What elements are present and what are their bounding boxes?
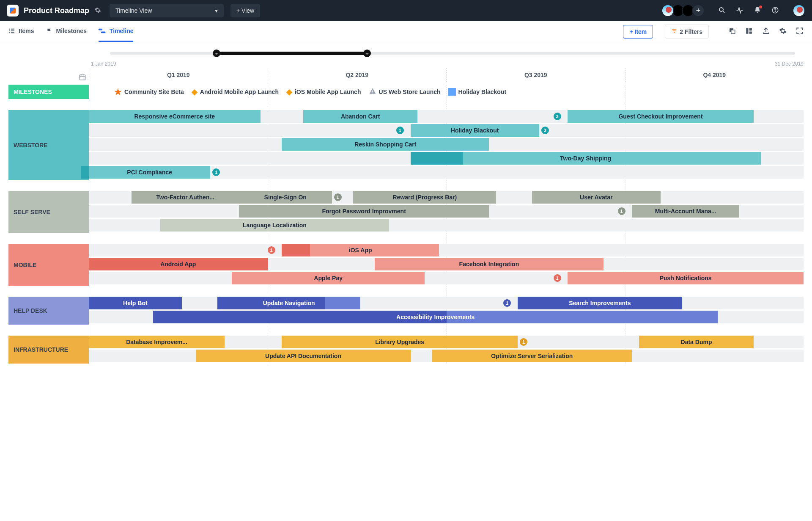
lane-row: PCI Compliance1	[89, 166, 804, 179]
count-badge: 1	[618, 207, 625, 215]
activity-icon[interactable]	[736, 6, 743, 15]
svg-rect-26	[372, 92, 373, 93]
timeline-bar[interactable]: Reward (Progress Bar)	[353, 191, 496, 204]
gear-icon[interactable]	[94, 7, 101, 15]
svg-rect-10	[99, 29, 102, 30]
timeline-bar[interactable]: Two-Day Shipping	[411, 152, 761, 165]
bar-label: Optimize Server Serialization	[491, 353, 573, 359]
timeline-bar[interactable]: Update API Documentation	[196, 350, 411, 362]
timeline-bar[interactable]: Library Upgrades	[282, 336, 518, 348]
svg-rect-25	[372, 90, 373, 92]
star-icon: ★	[114, 87, 122, 97]
add-view-button[interactable]: + View	[230, 4, 260, 17]
svg-rect-6	[9, 32, 10, 33]
milestone-item[interactable]: ★Community Site Beta	[114, 87, 184, 97]
fullscreen-icon[interactable]	[796, 27, 804, 36]
warn-icon	[369, 87, 376, 97]
swimlane-helpdesk: HELP DESKHelp BotUpdate NavigationSearch…	[8, 297, 804, 325]
timeline-bar[interactable]: Update Navigation	[217, 297, 360, 309]
bar-label: Two-Day Shipping	[560, 155, 611, 162]
range-handle-end[interactable]: ◂▸	[363, 50, 371, 57]
lane-row: Android AppFacebook Integration	[89, 258, 804, 270]
tab-items-label: Items	[19, 28, 34, 34]
timeline-bar[interactable]: Optimize Server Serialization	[432, 350, 632, 362]
tab-timeline-label: Timeline	[110, 28, 134, 34]
search-icon[interactable]	[718, 6, 726, 15]
bar-label: Abandon Cart	[341, 113, 380, 120]
timeline-bar[interactable]: Abandon Cart	[303, 110, 417, 123]
swimlane-label: SELF SERVE	[8, 191, 89, 233]
timeline-bar[interactable]: Responsive eCommerce site	[89, 110, 261, 123]
timeline-bar[interactable]: Database Improvem...	[89, 336, 225, 348]
view-selector[interactable]: Timeline View ▾	[110, 4, 224, 17]
timeline-bar[interactable]: Forgot Password Improvment	[239, 205, 489, 218]
timeline-bar[interactable]: Facebook Integration	[375, 258, 604, 270]
timeline-bar[interactable]: Holiday Blackout	[411, 124, 539, 137]
filters-button[interactable]: 2 Filters	[665, 25, 709, 39]
count-badge: 1	[212, 168, 220, 176]
app-logo[interactable]	[7, 5, 19, 17]
lane-row: Apple PayPush Notifications1	[89, 272, 804, 284]
copy-icon[interactable]	[728, 27, 736, 36]
timeline-bar[interactable]: Reskin Shopping Cart	[282, 138, 489, 151]
bar-label: Push Notifications	[660, 275, 712, 281]
milestone-item[interactable]: US Web Store Launch	[369, 87, 441, 97]
current-user-avatar[interactable]	[793, 4, 805, 17]
add-item-button[interactable]: + Item	[623, 25, 653, 39]
timeline-bar[interactable]: Search Improvements	[518, 297, 682, 309]
timeline-bar[interactable]: Help Bot	[89, 297, 182, 309]
bar-label: Help Bot	[123, 300, 148, 306]
quarter-q4: Q4 2019	[625, 68, 804, 82]
bar-label: Reward (Progress Bar)	[392, 194, 457, 201]
tab-milestones[interactable]: Milestones	[46, 21, 87, 42]
tab-timeline[interactable]: Timeline	[99, 21, 134, 42]
svg-rect-16	[731, 30, 735, 34]
timeline-bar[interactable]: Guest Checkout Improvement	[568, 110, 753, 123]
bar-label: Database Improvem...	[126, 339, 187, 345]
add-user-button[interactable]: +	[692, 4, 705, 17]
bar-label: Library Upgrades	[375, 339, 424, 345]
range-slider[interactable]: ◂▸ ◂▸	[8, 47, 804, 59]
timeline-end-date: 31 Dec 2019	[775, 61, 804, 67]
timeline-bar[interactable]: Push Notifications	[568, 272, 804, 284]
timeline-bar[interactable]: iOS App	[282, 244, 439, 256]
timeline-bar[interactable]: Two-Factor Authen...	[132, 191, 239, 204]
timeline-bar[interactable]: Android App	[89, 258, 268, 270]
export-icon[interactable]	[762, 27, 770, 36]
bar-label: Android App	[160, 261, 196, 267]
milestones-row: MILESTONES ★Community Site Beta◆Android …	[8, 85, 804, 99]
user-avatar-1[interactable]	[661, 4, 674, 17]
help-icon[interactable]	[771, 6, 779, 15]
bar-label: Two-Factor Authen...	[156, 194, 214, 201]
calendar-icon[interactable]	[79, 73, 86, 82]
milestone-label: Holiday Blackout	[458, 88, 507, 95]
timeline-bar[interactable]: Apple Pay	[232, 272, 425, 284]
layout-icon[interactable]	[745, 27, 753, 36]
bar-label: Reskin Shopping Cart	[354, 141, 416, 148]
timeline-bar[interactable]: Data Dump	[639, 336, 753, 348]
timeline-icon	[99, 28, 106, 34]
swimlane-label: INFRASTRUCTURE	[8, 336, 89, 364]
timeline-bar[interactable]: Single-Sign On	[239, 191, 332, 204]
bar-label: Holiday Blackout	[451, 127, 499, 134]
timeline-bar[interactable]: User Avatar	[532, 191, 661, 204]
svg-rect-5	[9, 30, 10, 31]
chevron-down-icon: ▾	[215, 7, 218, 14]
view-actions	[728, 27, 804, 36]
svg-rect-4	[9, 29, 10, 30]
timeline-bar[interactable]: PCI Compliance	[89, 166, 210, 179]
milestone-item[interactable]: ◆Android Mobile App Launch	[192, 87, 279, 96]
diamond-icon: ◆	[286, 87, 292, 96]
milestone-item[interactable]: Holiday Blackout	[448, 88, 507, 96]
lane-row: iOS App1	[89, 244, 804, 256]
bell-icon[interactable]	[754, 6, 761, 15]
bar-label: Search Improvements	[569, 300, 631, 306]
timeline-bar[interactable]: Language Localization	[160, 219, 389, 232]
range-handle-start[interactable]: ◂▸	[213, 50, 220, 57]
settings-icon[interactable]	[779, 27, 787, 36]
tab-items[interactable]: Items	[8, 21, 34, 42]
timeline-bar[interactable]: Multi-Account Mana...	[632, 205, 739, 218]
topbar: Product Roadmap Timeline View ▾ + View +	[0, 0, 812, 21]
timeline-bar[interactable]: Accessibility Improvements	[153, 311, 718, 323]
milestone-item[interactable]: ◆iOS Mobile App Launch	[286, 87, 361, 96]
